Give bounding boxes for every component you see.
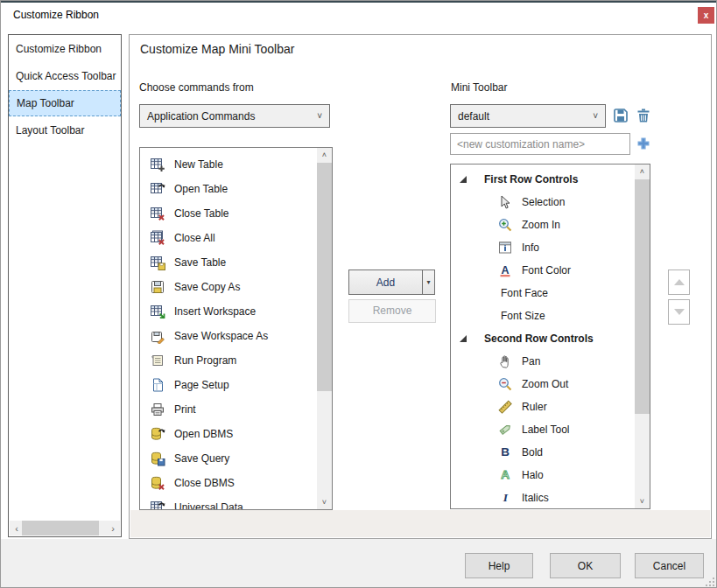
command-item[interactable]: Save Query	[140, 446, 317, 471]
expander-triangle-icon[interactable]	[459, 334, 467, 343]
command-label: Close Table	[174, 207, 228, 220]
tree-item-label: Bold	[522, 446, 543, 458]
sidebar-item-customize-ribbon[interactable]: Customize Ribbon	[9, 36, 121, 62]
mini-toolbar-dropdown[interactable]: default ˅	[450, 104, 606, 128]
command-item[interactable]: Save Table	[140, 250, 317, 275]
scrollbar-thumb[interactable]	[22, 521, 99, 536]
window-top-accent	[1, 1, 717, 3]
new-customization-input[interactable]	[450, 133, 630, 155]
sidebar-horizontal-scrollbar[interactable]: ‹ ›	[10, 521, 120, 536]
scroll-down-icon[interactable]: ˅	[635, 494, 650, 508]
panel-footer	[130, 510, 710, 537]
choose-commands-label: Choose commands from	[139, 81, 254, 94]
save-toolbar-icon[interactable]	[612, 107, 629, 124]
tree-scrollbar[interactable]: ˄ ˅	[635, 164, 650, 508]
choose-commands-dropdown[interactable]: Application Commands ˅	[139, 104, 330, 128]
scroll-right-icon[interactable]: ›	[106, 523, 120, 534]
tree-item-label: Selection	[522, 196, 565, 208]
sidebar-item-map-toolbar[interactable]: Map Toolbar	[9, 90, 121, 116]
move-down-button[interactable]	[668, 299, 690, 325]
tree-item[interactable]: Pan	[451, 350, 635, 373]
scroll-up-icon[interactable]: ˄	[635, 164, 650, 178]
add-customization-icon[interactable]	[635, 135, 652, 152]
table-save-icon	[150, 255, 165, 270]
command-label: Save Workspace As	[174, 330, 268, 342]
tree-item-label: Zoom Out	[522, 378, 568, 390]
move-up-button[interactable]	[668, 270, 690, 295]
remove-button[interactable]: Remove	[348, 299, 436, 323]
tree-item[interactable]: Font Face	[451, 282, 635, 304]
svg-text:A: A	[501, 468, 510, 481]
command-label: Page Setup	[174, 379, 229, 391]
delete-toolbar-icon[interactable]	[635, 107, 652, 124]
bold-icon: B	[497, 444, 513, 460]
command-item[interactable]: Save Workspace As	[140, 324, 317, 348]
tree-group[interactable]: First Row Controls	[451, 168, 635, 191]
resize-grip[interactable]	[702, 574, 714, 586]
tree-item[interactable]: BBold	[451, 441, 635, 464]
italics-icon: I	[497, 490, 513, 506]
arrow-down-icon	[674, 309, 685, 315]
db-open-icon	[150, 426, 165, 442]
sidebar-item-layout-toolbar[interactable]: Layout Toolbar	[9, 117, 121, 144]
tree-item[interactable]: Zoom In	[451, 214, 635, 236]
tree-item-label: Pan	[522, 355, 540, 368]
table-close-icon	[150, 206, 165, 221]
command-item[interactable]: Close DBMS	[140, 471, 317, 495]
tree-item[interactable]: Font Size	[451, 304, 635, 327]
command-item[interactable]: Save Copy As	[140, 275, 317, 299]
scroll-down-icon[interactable]: ˅	[317, 495, 332, 509]
tree-item-label: Info	[522, 242, 539, 254]
tree-item[interactable]: Label Tool	[451, 418, 635, 441]
scrollbar-thumb[interactable]	[635, 179, 650, 414]
arrow-up-icon	[674, 279, 685, 285]
tree-item[interactable]: Ruler	[451, 396, 635, 418]
page-title: Customize Map Mini Toolbar	[140, 42, 294, 56]
tree-item[interactable]: Selection	[451, 191, 635, 214]
help-button[interactable]: Help	[465, 553, 533, 578]
command-item[interactable]: New Table	[140, 152, 317, 177]
tree-item[interactable]: Zoom Out	[451, 373, 635, 396]
command-item[interactable]: Close All	[140, 226, 317, 250]
label-tag-icon	[497, 422, 513, 438]
command-label: Open Table	[174, 183, 228, 195]
tree-item[interactable]: AFont Color	[451, 259, 635, 282]
command-item[interactable]: Universal Data	[140, 495, 317, 509]
tree-item[interactable]: AHalo	[451, 464, 635, 486]
expander-triangle-icon[interactable]	[459, 175, 467, 184]
add-button[interactable]: Add ▾	[348, 270, 435, 295]
cancel-button[interactable]: Cancel	[635, 553, 704, 578]
command-item[interactable]: Page Setup	[140, 373, 317, 397]
tree-item[interactable]: Info	[451, 236, 635, 259]
tree-item-label: Font Color	[522, 264, 571, 276]
command-item[interactable]: Insert Workspace	[140, 299, 317, 324]
command-item[interactable]: Run Program	[140, 348, 317, 373]
scrollbar-thumb[interactable]	[317, 163, 332, 391]
floppy-icon	[150, 279, 165, 295]
tree-item-label: Zoom In	[522, 219, 560, 231]
commands-scrollbar[interactable]: ˄ ˅	[317, 148, 332, 509]
svg-text:B: B	[501, 445, 510, 458]
close-icon[interactable]: x	[698, 7, 714, 24]
command-label: Open DBMS	[174, 428, 233, 440]
command-item[interactable]: Print	[140, 397, 317, 422]
tree-item-label: Font Size	[501, 310, 545, 322]
table-open-icon	[150, 181, 165, 197]
command-label: Save Table	[174, 256, 226, 269]
command-label: Save Query	[174, 452, 229, 465]
mini-toolbar-value: default	[458, 110, 489, 122]
main-panel: Customize Map Mini Toolbar Choose comman…	[129, 34, 712, 539]
tree-item[interactable]: IItalics	[451, 486, 635, 508]
ok-button[interactable]: OK	[550, 553, 621, 578]
scroll-up-icon[interactable]: ˄	[317, 148, 332, 162]
command-item[interactable]: Open Table	[140, 177, 317, 201]
command-label: New Table	[174, 158, 223, 171]
command-item[interactable]: Open DBMS	[140, 422, 317, 446]
add-dropdown-caret-icon[interactable]: ▾	[422, 270, 434, 294]
add-button-label: Add	[349, 270, 422, 294]
chevron-down-icon: ˅	[593, 111, 598, 121]
printer-icon	[150, 402, 165, 417]
sidebar-item-quick-access-toolbar[interactable]: Quick Access Toolbar	[9, 63, 121, 89]
command-item[interactable]: Close Table	[140, 201, 317, 226]
tree-group[interactable]: Second Row Controls	[451, 327, 635, 350]
